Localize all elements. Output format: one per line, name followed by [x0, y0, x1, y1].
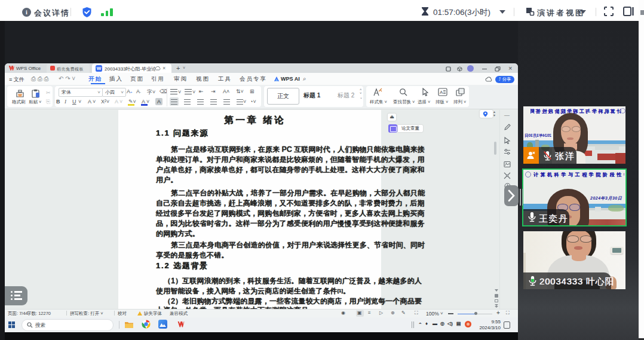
svg-text:A: A	[440, 90, 443, 95]
